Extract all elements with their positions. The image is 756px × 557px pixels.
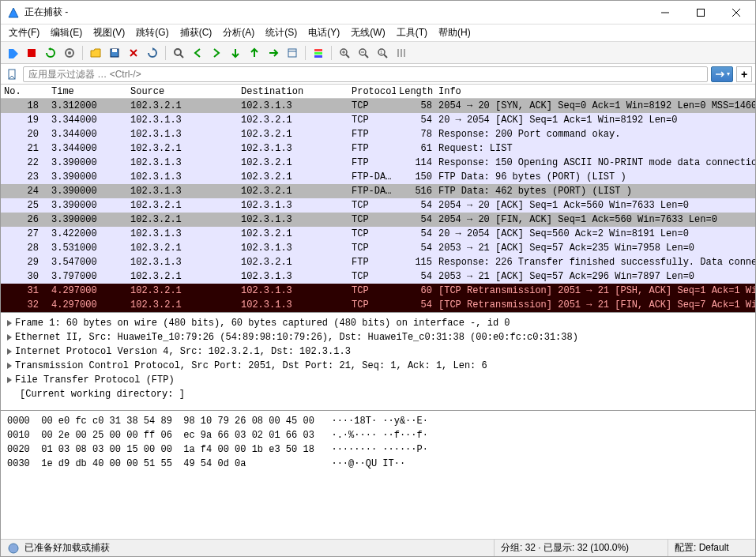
svg-rect-13 xyxy=(288,49,296,57)
restart-capture-button[interactable] xyxy=(42,44,59,62)
packet-row[interactable]: 324.297000102.3.2.1102.3.1.3TCP54[TCP Re… xyxy=(1,298,755,312)
packet-row[interactable]: 183.312000102.3.2.1102.3.1.3TCP582054 → … xyxy=(1,99,755,113)
col-header-time[interactable]: Time xyxy=(48,86,127,97)
start-capture-button[interactable] xyxy=(4,44,21,62)
svg-rect-1 xyxy=(697,9,704,16)
packet-row[interactable]: 314.297000102.3.2.1102.3.1.3TCP60[TCP Re… xyxy=(1,284,755,298)
col-header-length[interactable]: Length xyxy=(396,86,435,97)
go-first-button[interactable] xyxy=(246,44,263,62)
svg-rect-17 xyxy=(314,55,322,58)
menu-edit[interactable]: 编辑(E) xyxy=(46,24,87,41)
svg-rect-4 xyxy=(28,49,36,57)
menu-go[interactable]: 跳转(G) xyxy=(131,24,173,41)
packet-row[interactable]: 263.390000102.3.2.1102.3.1.3TCP542054 → … xyxy=(1,213,755,227)
detail-row[interactable]: Internet Protocol Version 4, Src: 102.3.… xyxy=(7,344,749,359)
packet-row[interactable]: 253.390000102.3.2.1102.3.1.3TCP542054 → … xyxy=(1,198,755,213)
packet-row[interactable]: 293.547000102.3.1.3102.3.2.1FTP115Respon… xyxy=(1,255,755,269)
find-packet-button[interactable] xyxy=(170,44,187,62)
app-icon xyxy=(7,6,20,19)
detail-text: [Current working directory: ] xyxy=(20,387,185,401)
zoom-out-button[interactable] xyxy=(355,44,372,62)
detail-text: Frame 1: 60 bytes on wire (480 bits), 60… xyxy=(15,316,510,330)
go-last-button[interactable] xyxy=(265,44,282,62)
col-header-protocol[interactable]: Protocol xyxy=(348,86,396,97)
go-back-button[interactable] xyxy=(189,44,206,62)
expand-arrow-icon[interactable] xyxy=(7,348,12,355)
title-bar: 正在捕获 - xyxy=(1,1,755,24)
col-header-info[interactable]: Info xyxy=(435,86,743,97)
packet-row[interactable]: 233.390000102.3.1.3102.3.2.1FTP-DA…150FT… xyxy=(1,170,755,184)
detail-row[interactable]: Transmission Control Protocol, Src Port:… xyxy=(7,359,749,373)
packet-row[interactable]: 273.422000102.3.1.3102.3.2.1TCP5420 → 20… xyxy=(1,227,755,241)
toolbar: 1 xyxy=(1,42,755,64)
menu-analyze[interactable]: 分析(A) xyxy=(218,24,259,41)
packet-row[interactable]: 193.344000102.3.1.3102.3.2.1TCP5420 → 20… xyxy=(1,113,755,127)
detail-row[interactable]: Ethernet II, Src: HuaweiTe_10:79:26 (54:… xyxy=(7,330,749,344)
add-filter-button[interactable]: + xyxy=(736,66,752,82)
colorize-button[interactable] xyxy=(310,44,327,62)
expert-info-icon[interactable] xyxy=(7,542,20,555)
zoom-reset-button[interactable]: 1 xyxy=(374,44,391,62)
packet-bytes-pane[interactable]: 0000 00 e0 fc c0 31 38 54 89 98 10 79 26… xyxy=(1,411,755,539)
menu-bar: 文件(F) 编辑(E) 视图(V) 跳转(G) 捕获(C) 分析(A) 统计(S… xyxy=(1,24,755,42)
packet-row[interactable]: 203.344000102.3.1.3102.3.2.1FTP78Respons… xyxy=(1,127,755,141)
resize-columns-button[interactable] xyxy=(393,44,410,62)
expand-arrow-icon[interactable] xyxy=(7,334,12,341)
packet-details-pane[interactable]: Frame 1: 60 bytes on wire (480 bits), 60… xyxy=(1,313,755,411)
expand-arrow-icon[interactable] xyxy=(7,377,12,383)
packet-row[interactable]: 213.344000102.3.2.1102.3.1.3FTP61Request… xyxy=(1,141,755,156)
auto-scroll-button[interactable] xyxy=(284,44,301,62)
detail-row[interactable]: File Transfer Protocol (FTP) xyxy=(7,373,749,387)
svg-rect-8 xyxy=(112,49,117,52)
zoom-in-button[interactable] xyxy=(336,44,353,62)
detail-row[interactable]: [Current working directory: ] xyxy=(7,387,749,401)
menu-help[interactable]: 帮助(H) xyxy=(434,24,476,41)
open-file-button[interactable] xyxy=(87,44,104,62)
packet-row[interactable]: 303.797000102.3.2.1102.3.1.3TCP542053 → … xyxy=(1,269,755,284)
go-forward-button[interactable] xyxy=(208,44,225,62)
status-left: 已准备好加载或捕获 xyxy=(1,540,495,556)
packet-list-body[interactable]: 183.312000102.3.2.1102.3.1.3TCP582054 → … xyxy=(1,99,755,312)
close-file-button[interactable] xyxy=(125,44,142,62)
stop-capture-button[interactable] xyxy=(23,44,40,62)
status-bar: 已准备好加载或捕获 分组: 32 · 已显示: 32 (100.0%) 配置: … xyxy=(1,539,755,556)
display-filter-input[interactable] xyxy=(23,66,708,82)
close-button[interactable] xyxy=(718,1,754,24)
minimize-button[interactable] xyxy=(647,1,683,24)
svg-point-32 xyxy=(9,544,18,553)
separator xyxy=(82,46,83,60)
svg-text:1: 1 xyxy=(380,50,383,55)
packet-list-header: No. Time Source Destination Protocol Len… xyxy=(1,85,755,99)
col-header-no[interactable]: No. xyxy=(1,86,48,97)
menu-statistics[interactable]: 统计(S) xyxy=(261,24,302,41)
expand-arrow-icon[interactable] xyxy=(7,363,12,369)
maximize-button[interactable] xyxy=(683,1,718,24)
detail-text: File Transfer Protocol (FTP) xyxy=(15,373,175,387)
menu-file[interactable]: 文件(F) xyxy=(4,24,44,41)
packet-row[interactable]: 243.390000102.3.1.3102.3.2.1FTP-DA…516FT… xyxy=(1,184,755,198)
menu-wireless[interactable]: 无线(W) xyxy=(346,24,389,41)
bookmark-filter-icon[interactable] xyxy=(4,66,20,82)
capture-options-button[interactable] xyxy=(61,44,78,62)
detail-text: Internet Protocol Version 4, Src: 102.3.… xyxy=(15,344,351,359)
packet-row[interactable]: 283.531000102.3.2.1102.3.1.3TCP542053 → … xyxy=(1,241,755,255)
menu-telephony[interactable]: 电话(Y) xyxy=(303,24,344,41)
go-to-packet-button[interactable] xyxy=(227,44,244,62)
svg-line-21 xyxy=(346,55,349,58)
save-file-button[interactable] xyxy=(106,44,123,62)
menu-capture[interactable]: 捕获(C) xyxy=(175,24,217,41)
expand-arrow-icon[interactable] xyxy=(7,320,12,326)
menu-tools[interactable]: 工具(T) xyxy=(392,24,432,41)
col-header-source[interactable]: Source xyxy=(127,86,238,97)
menu-view[interactable]: 视图(V) xyxy=(88,24,130,41)
status-profile[interactable]: 配置: Default xyxy=(668,540,755,556)
reload-button[interactable] xyxy=(144,44,161,62)
svg-line-24 xyxy=(365,55,368,58)
svg-line-12 xyxy=(180,55,183,58)
detail-text: Ethernet II, Src: HuaweiTe_10:79:26 (54:… xyxy=(15,330,578,344)
separator xyxy=(165,46,166,60)
apply-filter-button[interactable]: ▾ xyxy=(711,66,733,82)
col-header-destination[interactable]: Destination xyxy=(238,86,348,97)
packet-row[interactable]: 223.390000102.3.1.3102.3.2.1FTP114Respon… xyxy=(1,156,755,170)
detail-row[interactable]: Frame 1: 60 bytes on wire (480 bits), 60… xyxy=(7,316,749,330)
